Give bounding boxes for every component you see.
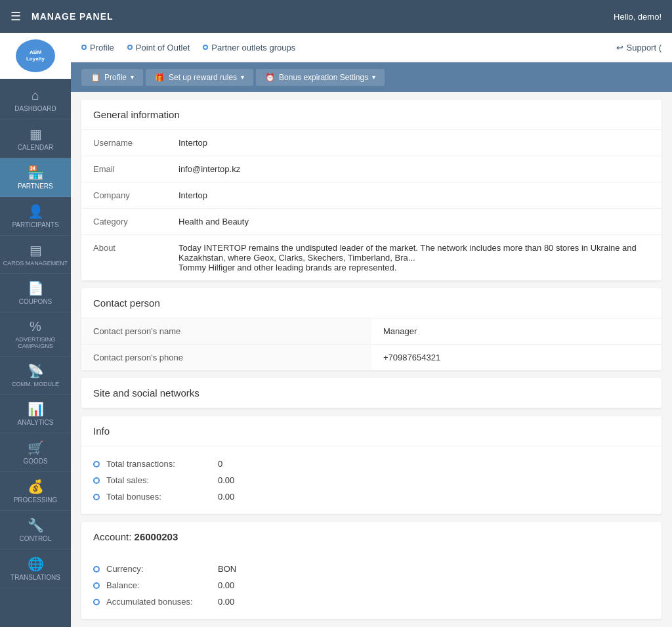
sidebar: ABMLoyalty ⌂ DASHBOARD ▦ CALENDAR 🏪 PART… [0, 33, 71, 627]
top-bar: ☰ MANAGE PANEL Hello, demo! [0, 0, 672, 33]
logo-text: ABMLoyalty [26, 49, 45, 62]
sidebar-item-calendar[interactable]: ▦ CALENDAR [0, 119, 71, 158]
category-label: Category [81, 209, 167, 235]
app-title: MANAGE PANEL [32, 11, 614, 22]
breadcrumb-label-point: Point of Outlet [136, 43, 190, 53]
sidebar-item-cards[interactable]: ▤ CARDS MANAGEMENT [0, 236, 71, 274]
support-link[interactable]: ↩ Support ( [616, 43, 662, 53]
support-label: Support ( [627, 43, 662, 53]
total-sales-label: Total sales: [106, 475, 211, 485]
bonus-expiration-button[interactable]: ⏰ Bonus expiration Settings ▾ [256, 69, 385, 86]
profile-subnav-icon: 📋 [91, 73, 100, 82]
list-item: Total sales: 0.00 [93, 472, 650, 488]
analytics-icon: 📊 [28, 401, 44, 417]
translations-icon: 🌐 [28, 556, 44, 572]
breadcrumb-profile[interactable]: Profile [81, 43, 114, 53]
breadcrumb-point-of-outlet[interactable]: Point of Outlet [127, 43, 190, 53]
breadcrumb-dot-point [127, 45, 133, 50]
account-label: Account: [93, 531, 135, 542]
circle-icon [93, 566, 100, 573]
username-value: Intertop [167, 130, 662, 156]
info-section: Info Total transactions: 0 Total sales: … [81, 416, 662, 514]
setup-reward-label: Set up reward rules [169, 73, 237, 82]
profile-subnav-button[interactable]: 📋 Profile ▾ [81, 69, 143, 86]
about-value: Today INTERTOP remains the undisputed le… [167, 235, 662, 281]
total-transactions-value: 0 [218, 459, 222, 469]
page-content: General information Username Intertop Em… [71, 92, 672, 627]
processing-icon: 💰 [28, 479, 44, 494]
balance-value: 0.00 [218, 580, 234, 590]
company-value: Intertop [167, 183, 662, 209]
setup-reward-button[interactable]: 🎁 Set up reward rules ▾ [146, 69, 253, 86]
hamburger-icon[interactable]: ☰ [10, 9, 21, 24]
company-label: Company [81, 183, 167, 209]
contact-person-header: Contact person [81, 288, 662, 318]
table-row: Email info@intertop.kz [81, 156, 662, 183]
currency-value: BON [218, 564, 236, 574]
circle-icon [93, 599, 100, 605]
breadcrumb-bar: Profile Point of Outlet Partner outlets … [71, 33, 672, 62]
setup-reward-icon: 🎁 [155, 73, 165, 82]
sidebar-label-participants: PARTICIPANTS [12, 221, 58, 228]
sidebar-item-goods[interactable]: 🛒 GOODS [0, 433, 71, 472]
sidebar-item-translations[interactable]: 🌐 TRANSLATIONS [0, 550, 71, 588]
content-area: Profile Point of Outlet Partner outlets … [71, 33, 672, 627]
sidebar-label-dashboard: DASHBOARD [14, 105, 56, 112]
sidebar-item-control[interactable]: 🔧 CONTROL [0, 511, 71, 550]
list-item: Balance: 0.00 [93, 577, 650, 594]
sidebar-item-dashboard[interactable]: ⌂ DASHBOARD [0, 81, 71, 119]
sidebar-label-cards: CARDS MANAGEMENT [3, 260, 68, 267]
list-item: Total bonuses: 0.00 [93, 488, 650, 505]
sidebar-item-analytics[interactable]: 📊 ANALYTICS [0, 395, 71, 433]
sidebar-label-translations: TRANSLATIONS [10, 574, 60, 581]
account-info-list: Currency: BON Balance: 0.00 Accumulated … [81, 551, 662, 619]
sidebar-item-participants[interactable]: 👤 PARTICIPANTS [0, 197, 71, 236]
info-header: Info [81, 416, 662, 446]
coupons-icon: 📄 [28, 280, 44, 296]
circle-icon [93, 494, 100, 500]
table-row: Username Intertop [81, 130, 662, 156]
bonus-expiration-chevron-icon: ▾ [372, 74, 375, 81]
contact-phone-label: Contact person's phone [81, 345, 371, 371]
contact-table: Contact person's name Manager Contact pe… [81, 318, 662, 370]
sidebar-label-analytics: ANALYTICS [18, 419, 54, 426]
contact-name-value: Manager [371, 318, 662, 345]
calendar-icon: ▦ [30, 126, 42, 142]
sidebar-label-coupons: COUPONS [19, 298, 52, 305]
sidebar-item-advertising[interactable]: % ADVERTISING CAMPAIGNS [0, 313, 71, 357]
general-info-table: Username Intertop Email info@intertop.kz… [81, 130, 662, 280]
total-transactions-label: Total transactions: [106, 459, 211, 469]
sidebar-item-comm-module[interactable]: 📡 COMM. MODULE [0, 357, 71, 395]
circle-icon [93, 461, 100, 467]
sub-nav-bar: 📋 Profile ▾ 🎁 Set up reward rules ▾ ⏰ Bo… [71, 62, 672, 92]
breadcrumb-partner-groups[interactable]: Partner outlets groups [203, 43, 295, 53]
sidebar-item-partners[interactable]: 🏪 PARTNERS [0, 158, 71, 197]
main-layout: ABMLoyalty ⌂ DASHBOARD ▦ CALENDAR 🏪 PART… [0, 33, 672, 627]
sidebar-item-processing[interactable]: 💰 PROCESSING [0, 472, 71, 511]
site-social-header: Site and social networks [81, 378, 662, 408]
email-label: Email [81, 156, 167, 183]
site-social-section: Site and social networks [81, 378, 662, 408]
bonus-expiration-icon: ⏰ [265, 73, 275, 82]
dashboard-icon: ⌂ [32, 88, 39, 103]
general-info-section: General information Username Intertop Em… [81, 100, 662, 280]
contact-phone-value: +70987654321 [371, 345, 662, 371]
profile-subnav-label: Profile [104, 73, 127, 82]
breadcrumb-dot-partner [203, 45, 208, 50]
advertising-icon: % [30, 319, 41, 334]
goods-icon: 🛒 [28, 440, 44, 456]
email-value: info@intertop.kz [167, 156, 662, 183]
table-row: About Today INTERTOP remains the undispu… [81, 235, 662, 281]
balance-label: Balance: [106, 580, 211, 590]
comm-module-icon: 📡 [28, 363, 44, 379]
sidebar-label-control: CONTROL [20, 535, 52, 542]
breadcrumb-label-profile: Profile [90, 43, 114, 53]
account-number: 26000203 [135, 531, 178, 542]
sidebar-item-coupons[interactable]: 📄 COUPONS [0, 274, 71, 313]
profile-chevron-icon: ▾ [131, 74, 134, 81]
breadcrumb-label-partner: Partner outlets groups [211, 43, 295, 53]
table-row: Company Intertop [81, 183, 662, 209]
setup-reward-chevron-icon: ▾ [241, 74, 244, 81]
sidebar-label-partners: PARTNERS [18, 183, 53, 190]
category-value: Health and Beauty [167, 209, 662, 235]
